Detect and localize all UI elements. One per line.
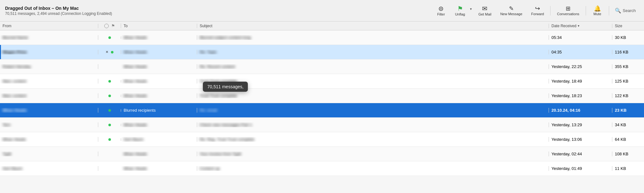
toolbar-divider-2 — [586, 6, 586, 16]
search-icon: 🔍 — [615, 8, 621, 14]
table-row[interactable]: Mhan HeadsBlurred recipientsRe: email20.… — [0, 103, 644, 118]
mailbox-info: Dragged Out of Inbox – On My Mac 70,511 … — [5, 6, 112, 16]
online-dot-icon — [108, 95, 111, 97]
email-status-icons — [98, 124, 121, 126]
email-subject: Re: Recent content — [197, 64, 549, 69]
email-date: Yesterday, 22:25 — [549, 64, 612, 69]
email-to: Mhan Heads — [121, 35, 197, 40]
search-button[interactable]: 🔍 Search — [612, 6, 639, 15]
email-subject: Your invoice from Typlt — [197, 152, 549, 156]
email-date: Yesterday, 18:49 — [549, 79, 612, 84]
mailbox-title: Dragged Out of Inbox – On My Mac — [5, 6, 112, 11]
email-to: Mhan Heads — [121, 50, 197, 54]
flag-header-icon: ⚑ — [111, 23, 115, 28]
table-row[interactable]: Blurred NameMhan HeadsBlurred subject co… — [0, 30, 644, 45]
online-dot-icon — [108, 124, 111, 126]
conversations-button[interactable]: ⊞ Conversations — [553, 4, 583, 17]
mute-icon: 🔔 — [594, 6, 601, 11]
email-subject: Trust Trust complete — [197, 93, 549, 98]
table-row[interactable]: Marc contentMhan HeadsTrust Trust comple… — [0, 74, 644, 89]
email-to: Mhan Heads — [121, 64, 197, 69]
unflag-label: Unflag — [455, 12, 465, 16]
filter-icon: ⊜ — [438, 5, 444, 12]
table-row[interactable]: Marc contentMhan HeadsTrust Trust comple… — [0, 89, 644, 103]
header-date[interactable]: Date Received ▾ — [549, 24, 612, 28]
new-message-label: New Message — [500, 12, 522, 16]
forward-button[interactable]: ↪ Forward — [527, 4, 548, 17]
email-status-icons — [98, 109, 121, 112]
email-size: 355 KB — [612, 64, 644, 69]
online-dot-icon — [108, 109, 111, 112]
email-size: 64 KB — [612, 137, 644, 142]
header-subject[interactable]: Subject — [197, 24, 549, 28]
header-from[interactable]: From — [0, 24, 98, 28]
table-row[interactable]: TernMhan HeadsCheck new messages Part 1Y… — [0, 118, 644, 132]
email-to: Mhan Heads — [121, 166, 197, 171]
email-to: Mhan Heads — [121, 93, 197, 98]
get-mail-button[interactable]: ✉ Get Mail — [474, 4, 495, 17]
email-to: Blurred recipients — [121, 108, 197, 113]
table-row[interactable]: Mhan HeadsGert BaumRe: Reg. Trust Trust … — [0, 132, 644, 147]
email-to: Mhan Heads — [121, 122, 197, 127]
new-message-button[interactable]: ✎ New Message — [496, 4, 526, 17]
conversations-icon: ⊞ — [566, 6, 570, 11]
toolbar-divider-3 — [609, 6, 609, 16]
email-from: Marc content — [0, 79, 98, 84]
table-row[interactable]: Gert BaumMhan HeadsContent upYesterday, … — [0, 161, 644, 176]
conversations-label: Conversations — [557, 12, 579, 16]
header-to[interactable]: To — [121, 24, 197, 28]
message-count-tooltip: 70,511 messages, — [203, 82, 248, 92]
email-date: 05:34 — [549, 35, 612, 40]
mute-button[interactable]: 🔔 Mute — [589, 4, 606, 17]
email-status-icons: ✕ — [98, 50, 121, 54]
email-from: Tern — [0, 122, 98, 127]
toolbar-divider-1 — [550, 6, 551, 16]
filter-label: Filter — [437, 12, 445, 16]
email-subject: Re: Topic — [197, 50, 549, 54]
sort-arrow-icon: ▾ — [578, 24, 579, 28]
filter-button[interactable]: ⊜ Filter — [432, 4, 450, 17]
table-row[interactable]: Megan Price✕Mhan HeadsRe: Topic04:35116 … — [0, 45, 644, 59]
email-from: Blurred Name — [0, 35, 98, 40]
email-to: Mhan Heads — [121, 79, 197, 84]
unflag-group: ⚑ Unflag ▾ — [451, 4, 473, 17]
table-row[interactable]: TypltMhan HeadsYour invoice from TypltYe… — [0, 147, 644, 161]
email-date: Yesterday, 18:23 — [549, 93, 612, 98]
email-subject: Re: email — [197, 108, 549, 113]
unread-mark-icon: ✕ — [106, 50, 108, 54]
header-size[interactable]: Size — [612, 24, 644, 28]
email-subject: Blurred subject content long — [197, 35, 549, 40]
toolbar-actions: ⊜ Filter ⚑ Unflag ▾ ✉ Get Mail ✎ New Mes… — [432, 4, 639, 17]
unflag-button[interactable]: ⚑ Unflag — [451, 4, 469, 17]
email-from: Gert Baum — [0, 166, 98, 171]
email-status-icons — [98, 138, 121, 141]
online-dot-icon — [108, 36, 111, 39]
email-to: Mhan Heads — [121, 152, 197, 156]
email-subject: Content up — [197, 166, 549, 171]
email-size: 108 KB — [612, 152, 644, 156]
email-from: Robert Hensley — [0, 64, 98, 69]
online-dot-icon — [111, 51, 113, 53]
email-date: Yesterday, 01:49 — [549, 166, 612, 171]
get-mail-icon: ✉ — [482, 5, 487, 12]
search-label: Search — [623, 8, 636, 13]
email-date: 20.10.24, 04:16 — [549, 108, 612, 113]
email-date: Yesterday, 13:06 — [549, 137, 612, 142]
email-subject: Check new messages Part 1 — [197, 122, 549, 127]
email-status-icons — [98, 80, 121, 83]
new-message-icon: ✎ — [509, 6, 514, 11]
unflag-dropdown-button[interactable]: ▾ — [469, 6, 473, 12]
mute-label: Mute — [594, 12, 601, 16]
forward-icon: ↪ — [535, 5, 540, 11]
table-row[interactable]: Robert HensleyMhan HeadsRe: Recent conte… — [0, 59, 644, 74]
email-list: Blurred NameMhan HeadsBlurred subject co… — [0, 30, 644, 176]
header-icons: ⚑ — [98, 23, 121, 28]
email-from: Megan Price — [0, 50, 98, 54]
selected-row-indicator — [0, 45, 1, 59]
email-from: Marc content — [0, 93, 98, 98]
email-date: Yesterday, 13:29 — [549, 122, 612, 127]
table-header: From ⚑ To Subject Date Received ▾ Size — [0, 22, 644, 30]
toolbar: Dragged Out of Inbox – On My Mac 70,511 … — [0, 0, 644, 22]
email-size: 116 KB — [612, 50, 644, 54]
email-size: 11 KB — [612, 166, 644, 171]
